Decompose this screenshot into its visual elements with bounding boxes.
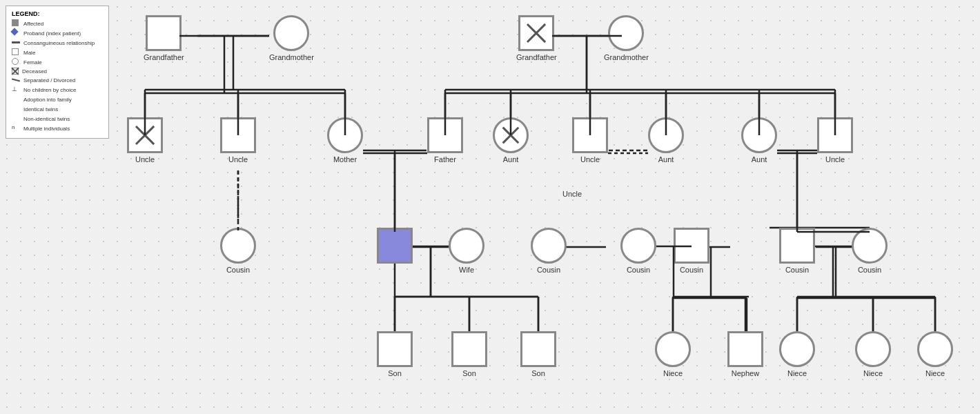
shape-grandmother1 (273, 15, 309, 51)
legend-item-nonidentical-twins: Non-identical twins (12, 115, 103, 123)
label-nephew: Nephew (732, 369, 759, 377)
label-son1: Son (388, 369, 402, 377)
shape-niece1 (655, 331, 691, 367)
node-uncle1: Uncle (127, 117, 163, 164)
legend-item-male: Male (12, 48, 103, 57)
label-son3: Son (531, 369, 545, 377)
legend: LEGEND: Affected Proband (index patient)… (6, 6, 109, 139)
node-son1: Son (377, 331, 413, 377)
shape-grandfather1 (146, 15, 182, 51)
label-father: Father (434, 155, 456, 164)
label-cousin3: Cousin (627, 266, 650, 274)
label-mother: Mother (333, 155, 357, 164)
node-aunt2: Aunt (648, 117, 684, 164)
node-wife: Wife (449, 228, 484, 274)
label-grandfather2: Grandfather (516, 53, 557, 61)
node-uncle2: Uncle (220, 117, 256, 164)
legend-item-multiple: n Multiple individuals (12, 124, 103, 132)
legend-item-female: Female (12, 58, 103, 66)
label-grandfather1: Grandfather (144, 53, 184, 61)
node-cousin1: Cousin (220, 228, 256, 274)
node-niece3: Niece (855, 331, 891, 377)
label-niece4: Niece (925, 369, 945, 377)
node-cousin4: Cousin (674, 228, 709, 274)
label-uncle2: Uncle (228, 155, 248, 164)
legend-item-consanguineous: Consanguineous relationship (12, 39, 103, 47)
shape-son2 (451, 331, 487, 367)
shape-niece4 (917, 331, 953, 367)
legend-item-affected: Affected (12, 19, 103, 28)
shape-uncle4 (817, 117, 853, 153)
shape-grandmother2 (608, 15, 644, 51)
shape-son1 (377, 331, 413, 367)
label-uncle1: Uncle (135, 155, 155, 164)
label-grandmother2: Grandmother (604, 53, 649, 61)
shape-cousin1 (220, 228, 256, 264)
node-uncle4: Uncle (817, 117, 853, 164)
legend-item-adoption: Adoption into family (12, 95, 103, 103)
node-cousin3: Cousin (620, 228, 656, 274)
label-son2: Son (462, 369, 476, 377)
node-cousin5: Cousin (779, 228, 815, 274)
label-uncle3-main: Uncle (580, 155, 600, 164)
label-cousin1: Cousin (226, 266, 250, 274)
node-aunt1: Aunt (493, 117, 529, 164)
shape-niece2 (779, 331, 815, 367)
label-niece1: Niece (663, 369, 683, 377)
shape-aunt3 (741, 117, 777, 153)
label-cousin2: Cousin (537, 266, 560, 274)
node-proband (377, 228, 413, 264)
legend-item-separated: Separated / Divorced (12, 76, 103, 84)
label-niece3: Niece (863, 369, 883, 377)
label-wife: Wife (459, 266, 474, 274)
node-grandmother1: Grandmother (269, 15, 314, 61)
shape-cousin2 (531, 228, 567, 264)
shape-father (427, 117, 463, 153)
shape-grandfather2 (518, 15, 554, 51)
legend-item-nochildren: ⊥ No children by choice (12, 86, 103, 94)
node-father: Father (427, 117, 463, 164)
shape-uncle2 (220, 117, 256, 153)
label-aunt1: Aunt (503, 155, 519, 164)
shape-cousin4 (674, 228, 709, 264)
shape-aunt2 (648, 117, 684, 153)
shape-niece3 (855, 331, 891, 367)
node-grandmother2: Grandmother (604, 15, 649, 61)
legend-item-identical-twins: Identical twins (12, 105, 103, 113)
shape-uncle1 (127, 117, 163, 153)
shape-cousin5 (779, 228, 815, 264)
node-aunt3: Aunt (741, 117, 777, 164)
legend-title: LEGEND: (12, 10, 103, 17)
node-grandfather1: Grandfather (144, 15, 184, 61)
node-niece1: Niece (655, 331, 691, 377)
shape-uncle3 (572, 117, 608, 153)
family-tree-chart: Grandfather Grandmother Grandfather Gran… (0, 0, 980, 414)
label-cousin4: Cousin (680, 266, 703, 274)
node-uncle3: Uncle (572, 117, 608, 164)
shape-son3 (520, 331, 556, 367)
label-aunt3: Aunt (752, 155, 767, 164)
shape-proband (377, 228, 413, 264)
shape-cousin6 (852, 228, 888, 264)
shape-mother (327, 117, 363, 153)
shape-nephew (727, 331, 763, 367)
label-niece2: Niece (787, 369, 807, 377)
uncle-below-label: Uncle (562, 190, 582, 198)
legend-item-deceased: Deceased (12, 68, 103, 75)
legend-item-proband: Proband (index patient) (12, 29, 103, 37)
node-niece2: Niece (779, 331, 815, 377)
shape-cousin3 (620, 228, 656, 264)
node-son2: Son (451, 331, 487, 377)
shape-wife (449, 228, 484, 264)
label-uncle4: Uncle (825, 155, 845, 164)
node-mother: Mother (327, 117, 363, 164)
node-nephew: Nephew (727, 331, 763, 377)
node-son3: Son (520, 331, 556, 377)
label-cousin5: Cousin (785, 266, 809, 274)
label-cousin6: Cousin (858, 266, 881, 274)
node-niece4: Niece (917, 331, 953, 377)
node-grandfather2: Grandfather (516, 15, 557, 61)
shape-aunt1 (493, 117, 529, 153)
label-aunt2: Aunt (658, 155, 674, 164)
node-cousin6: Cousin (852, 228, 888, 274)
